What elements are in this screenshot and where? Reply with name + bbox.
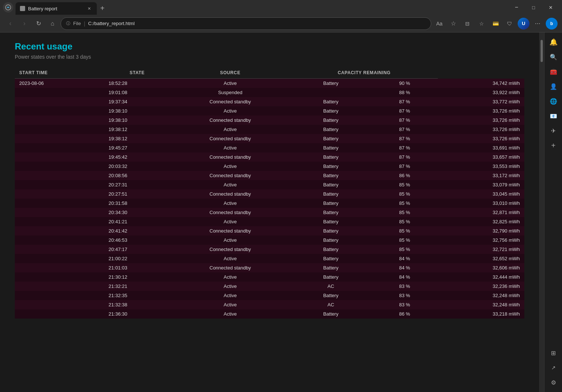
user-icon[interactable]: 👤 [547, 80, 560, 93]
td-state: Active [170, 143, 290, 152]
new-tab-button[interactable]: + [97, 3, 108, 14]
table-row: 21:01:03 Connected standby Battery 84 % … [15, 263, 524, 272]
browser-tab[interactable]: Battery report ✕ [16, 2, 97, 15]
td-time: 20:41:42 [104, 226, 170, 235]
td-pct: 83 % [371, 300, 438, 309]
page-title: Recent usage [15, 41, 524, 52]
favorites-button[interactable]: ☆ [447, 18, 459, 30]
title-bar: Battery report ✕ + − □ ✕ [0, 0, 562, 15]
td-mwh: 33,922 mWh [438, 88, 524, 97]
td-source: Battery [290, 254, 371, 263]
maximize-button[interactable]: □ [525, 0, 542, 15]
table-row: 21:32:21 Active AC 83 % 32,236 mWh [15, 282, 524, 291]
td-source: Battery [290, 97, 371, 106]
more-options-button[interactable]: ··· [532, 18, 544, 30]
notifications-icon[interactable]: 🔔 [547, 35, 560, 49]
td-state: Connected standby [170, 189, 290, 199]
table-row: 19:38:10 Active Battery 87 % 33,726 mWh [15, 106, 524, 116]
td-mwh: 33,772 mWh [438, 97, 524, 106]
td-date [15, 226, 104, 235]
td-pct: 84 % [371, 263, 438, 272]
table-row: 20:27:31 Active Battery 85 % 33,079 mWh [15, 180, 524, 189]
address-bar[interactable]: ⓘ File | C:/battery_report.html [61, 17, 431, 30]
scrollbar-thumb[interactable] [541, 40, 543, 62]
back-button[interactable]: ‹ [4, 18, 16, 30]
browser-wallet-button[interactable]: 💳 [490, 18, 501, 30]
open-external-icon[interactable]: ↗ [547, 361, 560, 374]
td-date [15, 245, 104, 254]
outlook-icon[interactable]: 📧 [547, 109, 560, 123]
forward-button[interactable]: › [18, 18, 30, 30]
extensions-icon[interactable]: 🌐 [547, 94, 560, 108]
copilot-sidebar-icon[interactable]: ✈ [547, 124, 560, 137]
td-pct: 85 % [371, 208, 438, 217]
td-mwh: 32,606 mWh [438, 263, 524, 272]
td-date [15, 300, 104, 309]
td-state: Active [170, 254, 290, 263]
table-row: 20:46:53 Active Battery 85 % 32,756 mWh [15, 235, 524, 245]
td-state: Connected standby [170, 226, 290, 235]
table-row: 19:38:10 Connected standby Battery 87 % … [15, 116, 524, 125]
table-row: 21:32:35 Active Battery 83 % 32,248 mWh [15, 291, 524, 300]
td-date [15, 171, 104, 180]
grid-icon[interactable]: ⊞ [547, 346, 560, 360]
home-button[interactable]: ⌂ [47, 18, 58, 30]
add-sidebar-icon[interactable]: + [547, 139, 560, 152]
td-time: 21:32:21 [104, 282, 170, 291]
read-aloud-button[interactable]: Aa [433, 18, 445, 30]
td-date [15, 106, 104, 116]
bing-button[interactable]: b [546, 18, 558, 30]
td-source: Battery [290, 235, 371, 245]
search-sidebar-icon[interactable]: 🔍 [547, 50, 560, 63]
td-time: 20:46:53 [104, 235, 170, 245]
profile-button[interactable]: U [518, 18, 529, 30]
page-subtitle: Power states over the last 3 days [15, 54, 524, 60]
td-date: 2023-08-06 [15, 79, 104, 88]
td-time: 20:03:32 [104, 162, 170, 171]
add-favorites-button[interactable]: ☆ [476, 18, 487, 30]
split-screen-button[interactable]: ⊟ [461, 18, 473, 30]
table-row: 21:00:22 Active Battery 84 % 32,652 mWh [15, 254, 524, 263]
td-mwh: 33,726 mWh [438, 134, 524, 143]
collections-icon[interactable]: 🧰 [547, 65, 560, 78]
col-state: STATE [104, 67, 170, 79]
td-time: 19:38:12 [104, 125, 170, 134]
td-mwh: 32,248 mWh [438, 300, 524, 309]
close-button[interactable]: ✕ [542, 0, 559, 15]
td-state: Active [170, 79, 290, 88]
td-state: Active [170, 291, 290, 300]
scrollbar[interactable] [539, 32, 544, 392]
tab-title: Battery report [28, 6, 57, 11]
address-prefix: File [73, 21, 81, 26]
td-time: 20:34:30 [104, 208, 170, 217]
td-mwh: 32,790 mWh [438, 226, 524, 235]
td-pct: 88 % [371, 88, 438, 97]
td-pct: 85 % [371, 199, 438, 208]
td-source: Battery [290, 208, 371, 217]
tab-close-button[interactable]: ✕ [86, 5, 92, 12]
td-pct: 84 % [371, 272, 438, 282]
td-state: Active [170, 217, 290, 226]
address-lock-icon: ⓘ [66, 21, 70, 26]
td-pct: 85 % [371, 235, 438, 245]
copilot-button[interactable]: 🛡 [504, 18, 515, 30]
td-pct: 87 % [371, 116, 438, 125]
table-row: 20:41:42 Connected standby Battery 85 % … [15, 226, 524, 235]
settings-icon[interactable]: ⚙ [547, 376, 560, 389]
td-source: Battery [290, 263, 371, 272]
td-source: AC [290, 300, 371, 309]
td-pct: 85 % [371, 217, 438, 226]
td-time: 20:47:17 [104, 245, 170, 254]
td-date [15, 97, 104, 106]
td-source: Battery [290, 106, 371, 116]
table-row: 20:31:58 Active Battery 85 % 33,010 mWh [15, 199, 524, 208]
td-pct: 87 % [371, 162, 438, 171]
minimize-button[interactable]: − [508, 0, 525, 15]
td-source: Battery [290, 79, 371, 88]
td-pct: 85 % [371, 189, 438, 199]
refresh-button[interactable]: ↻ [33, 18, 44, 30]
table-row: 20:03:32 Active Battery 87 % 33,553 mWh [15, 162, 524, 171]
td-state: Connected standby [170, 152, 290, 162]
td-time: 19:38:10 [104, 116, 170, 125]
td-mwh: 32,652 mWh [438, 254, 524, 263]
